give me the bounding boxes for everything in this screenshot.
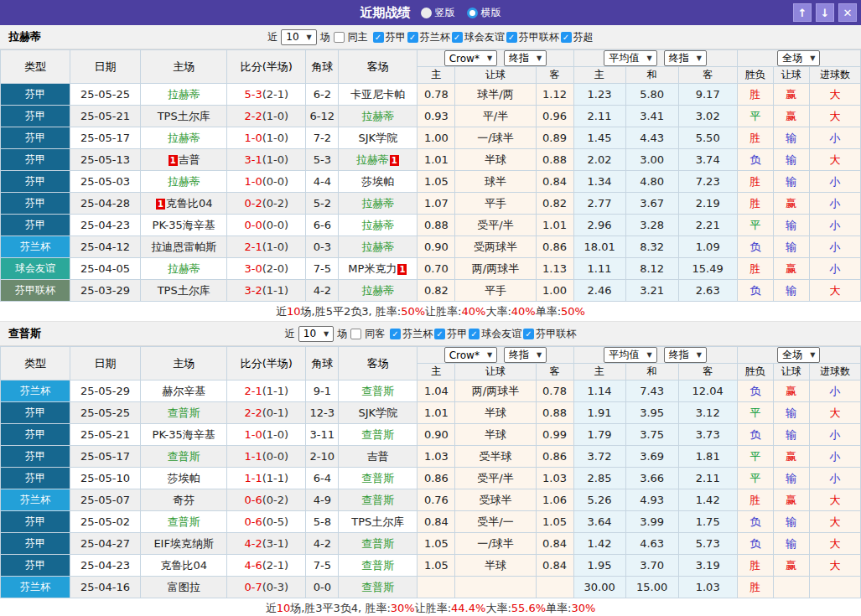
away-team-name: SJK学院 bbox=[359, 406, 398, 419]
avg-home-odds-cell: 3.72 bbox=[573, 446, 625, 468]
match-type-cell: 芬甲 bbox=[1, 555, 70, 577]
final-odds-select[interactable]: 终指▼ bbox=[664, 50, 707, 66]
result-cell: 平 bbox=[737, 446, 773, 468]
away-team-name: 拉赫蒂 bbox=[361, 197, 394, 210]
final-odds-select[interactable]: 终指▼ bbox=[664, 347, 707, 363]
full-time-score: 2-1 bbox=[244, 241, 262, 253]
odds-company-select[interactable]: Crow*▼ bbox=[444, 347, 497, 363]
score-cell: 0-7(0-3) bbox=[227, 577, 306, 598]
goals-result-cell bbox=[809, 577, 860, 598]
match-date-cell: 25-05-02 bbox=[70, 511, 141, 533]
sub-header-handicap-home: 主 bbox=[418, 67, 455, 84]
avg-draw-odds-cell: 3.95 bbox=[625, 402, 678, 424]
sub-header-avg-away: 客 bbox=[678, 67, 737, 84]
match-row: 芬甲25-04-23PK-35海辛基0-0(0-0)6-6拉赫蒂0.88受平/半… bbox=[1, 215, 861, 236]
close-button[interactable]: ✕ bbox=[838, 3, 857, 22]
half-time-score: (1-0) bbox=[262, 428, 288, 441]
avg-draw-odds-cell: 3.28 bbox=[625, 215, 678, 236]
league-filter[interactable]: 球会友谊 bbox=[452, 30, 505, 44]
final-odds-select[interactable]: 终指▼ bbox=[504, 50, 547, 66]
away-team-cell: 查普斯 bbox=[339, 380, 418, 402]
radio-icon[interactable] bbox=[467, 8, 478, 18]
away-team-cell: 查普斯 bbox=[339, 533, 418, 555]
goals-result-cell: 大 bbox=[809, 149, 860, 171]
home-team-name: 拉迪恩雷帕斯 bbox=[151, 241, 216, 253]
home-team-name: PK-35海辛基 bbox=[153, 428, 215, 441]
radio-icon[interactable] bbox=[421, 8, 432, 18]
match-row: 芬甲25-05-131吉普3-1(1-0)5-3拉赫蒂11.01半球0.882.… bbox=[1, 149, 861, 171]
goals-result-cell: 大 bbox=[809, 489, 860, 511]
handicap-result-cell: 输 bbox=[773, 171, 809, 193]
handicap-result-cell: 输 bbox=[773, 402, 809, 424]
league-filter[interactable]: 芬兰杯 bbox=[390, 327, 433, 341]
handicap-result-cell bbox=[773, 577, 809, 598]
handicap-home-odds-cell: 1.04 bbox=[418, 380, 455, 402]
scroll-down-button[interactable]: ↓ bbox=[816, 3, 834, 22]
full-match-select[interactable]: 全场▼ bbox=[777, 347, 820, 363]
handicap-home-odds-cell: 1.00 bbox=[418, 127, 455, 149]
same-venue-checkbox[interactable] bbox=[350, 329, 361, 339]
checkbox-icon[interactable] bbox=[390, 329, 401, 339]
checkbox-icon[interactable] bbox=[434, 329, 445, 339]
final-odds-select[interactable]: 终指▼ bbox=[504, 347, 547, 363]
league-filter[interactable]: 球会友谊 bbox=[469, 327, 521, 341]
sub-header-goals-result: 进球数 bbox=[809, 67, 860, 84]
match-type-cell: 芬甲 bbox=[1, 171, 70, 193]
home-team-cell: 拉赫蒂 bbox=[141, 258, 227, 280]
avg-draw-odds-cell: 7.43 bbox=[625, 380, 678, 402]
window-buttons: ↑ ↓ ✕ bbox=[793, 3, 857, 22]
average-odds-select[interactable]: 平均值▼ bbox=[604, 347, 656, 363]
checkbox-icon[interactable] bbox=[561, 32, 572, 43]
score-cell: 4-2(3-1) bbox=[227, 533, 306, 555]
checkbox-icon[interactable] bbox=[506, 32, 517, 43]
away-team-name: 拉赫蒂 bbox=[361, 219, 394, 231]
corner-cell: 9-1 bbox=[306, 380, 339, 402]
league-filter[interactable]: 芬超 bbox=[561, 30, 594, 44]
layout-radio[interactable]: 横版 bbox=[467, 6, 501, 20]
average-odds-select[interactable]: 平均值▼ bbox=[604, 50, 656, 66]
league-filter[interactable]: 芬兰杯 bbox=[407, 30, 450, 44]
col-header-score: 比分(半场) bbox=[227, 50, 306, 84]
summary-text: 大率: bbox=[485, 304, 511, 319]
scroll-up-button[interactable]: ↑ bbox=[793, 3, 812, 22]
avg-away-odds-cell: 3.73 bbox=[678, 424, 737, 446]
same-venue-label: 同主 bbox=[348, 30, 368, 44]
result-cell: 平 bbox=[737, 106, 773, 127]
league-filter[interactable]: 芬甲 bbox=[373, 30, 406, 44]
checkbox-icon[interactable] bbox=[523, 329, 534, 339]
checkbox-icon[interactable] bbox=[407, 32, 418, 43]
match-count-select[interactable]: 10▼ bbox=[281, 29, 316, 45]
away-team-cell: TPS土尔库 bbox=[339, 511, 418, 533]
home-team-cell: EIF埃克纳斯 bbox=[141, 533, 227, 555]
home-team-name: 拉赫蒂 bbox=[168, 132, 200, 144]
handicap-home-odds-cell: 0.86 bbox=[418, 468, 455, 489]
checkbox-icon[interactable] bbox=[452, 32, 463, 43]
checkbox-icon[interactable] bbox=[373, 32, 384, 43]
avg-away-odds-cell: 2.11 bbox=[678, 468, 737, 489]
league-filter-group: 芬兰杯芬甲球会友谊芬甲联杯 bbox=[388, 327, 576, 341]
same-venue-checkbox[interactable] bbox=[334, 32, 345, 43]
record-summary: 近10场,胜3平3负4, 胜率:30% 让胜率:44.4% 大率:55.6% 单… bbox=[0, 598, 861, 616]
checkbox-icon[interactable] bbox=[469, 329, 480, 339]
full-match-select[interactable]: 全场▼ bbox=[777, 50, 820, 66]
score-cell: 1-0(1-0) bbox=[227, 127, 306, 149]
league-filter[interactable]: 芬甲联杯 bbox=[523, 327, 576, 341]
half-time-score: (2-0) bbox=[262, 262, 288, 275]
match-row: 芬兰杯25-05-07奇芬0-6(0-2)4-9查普斯0.76受球半1.065.… bbox=[1, 489, 861, 511]
half-time-score: (1-0) bbox=[262, 153, 288, 166]
odds-company-select[interactable]: Crow*▼ bbox=[444, 50, 497, 66]
league-filter[interactable]: 芬甲 bbox=[434, 327, 467, 341]
match-count-select[interactable]: 10▼ bbox=[298, 326, 334, 342]
result-cell: 负 bbox=[737, 280, 773, 302]
avg-away-odds-cell: 2.63 bbox=[678, 280, 737, 302]
layout-radio[interactable]: 竖版 bbox=[421, 6, 455, 20]
corner-cell: 6-2 bbox=[306, 84, 339, 106]
avg-home-odds-cell: 1.42 bbox=[573, 533, 625, 555]
away-team-cell: 拉赫蒂 bbox=[339, 236, 418, 258]
away-team-name: 拉赫蒂 bbox=[361, 110, 394, 122]
match-row: 芬甲25-05-10莎埃帕1-1(1-1)6-4查普斯0.86受平/半1.032… bbox=[1, 468, 861, 489]
score-cell: 3-1(1-0) bbox=[227, 149, 306, 171]
league-filter[interactable]: 芬甲联杯 bbox=[506, 30, 559, 44]
goals-result-cell: 大 bbox=[809, 511, 860, 533]
handicap-away-odds-cell: 0.86 bbox=[536, 446, 573, 468]
